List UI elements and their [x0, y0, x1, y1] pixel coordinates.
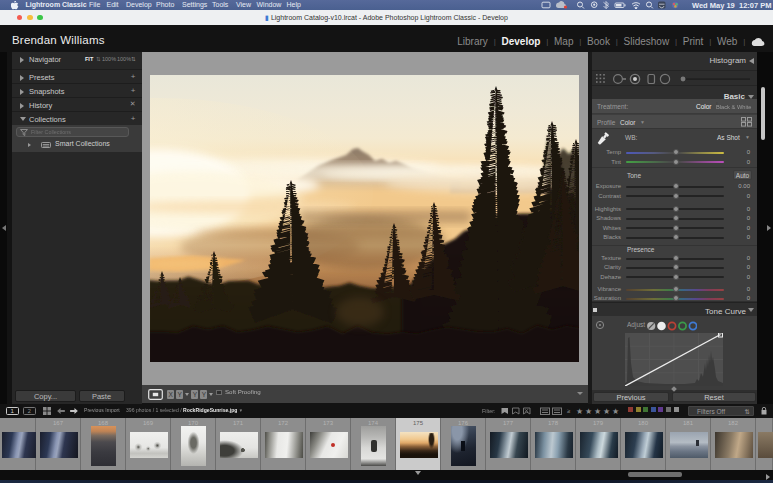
svg-text:Y: Y — [177, 391, 182, 398]
svg-text:Y: Y — [192, 391, 197, 398]
svg-text:Y: Y — [201, 391, 206, 398]
svg-text:1: 1 — [10, 408, 14, 414]
svg-text:2: 2 — [28, 408, 32, 415]
svg-text:X: X — [168, 391, 173, 398]
